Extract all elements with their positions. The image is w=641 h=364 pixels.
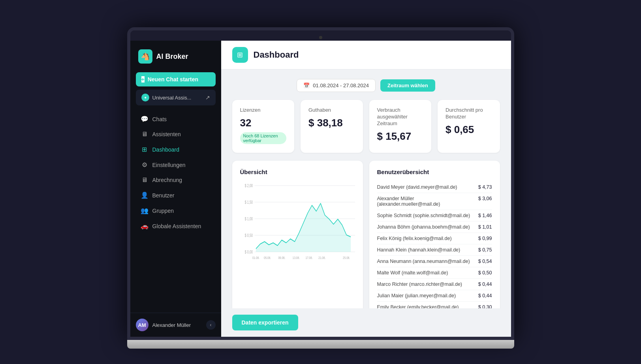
dashboard-icon: ⊞ [141, 146, 149, 153]
gruppen-label: Gruppen [152, 208, 174, 214]
user-name-cell: Alexander Müller (alexander.mueller@mail… [377, 196, 478, 207]
table-row: Emily Becker (emily.becker@mail.de) $ 0,… [377, 302, 492, 308]
user-table-title: Benutzerübersicht [377, 169, 492, 175]
svg-text:$ 2,00: $ 2,00 [244, 184, 252, 188]
bottom-grid: Übersicht $ 2,00 $ 1,50 [232, 161, 500, 308]
user-table: Benutzerübersicht David Meyer (david.mey… [369, 161, 500, 308]
stat-value-durchschnitt: $ 0,65 [446, 124, 492, 136]
user-name-cell: Julian Maier (julian.meyer@mail.de) [377, 293, 456, 298]
benutzer-icon: 👤 [141, 191, 149, 199]
new-chat-label: Neuen Chat starten [148, 76, 198, 83]
einstellungen-label: Einstellungen [152, 162, 186, 168]
sidebar-actions: + Neuen Chat starten ✦ Universal Assis..… [130, 72, 221, 109]
user-amount-cell: $ 3,06 [478, 196, 492, 207]
table-row: Hannah Klein (hannah.klein@mail.de) $ 0,… [377, 244, 492, 256]
stats-grid: Lizenzen 32 Noch 68 Lizenzen verfügbar G… [232, 100, 500, 153]
user-amount-cell: $ 0,75 [478, 247, 492, 253]
sidebar-logo: 🐴 AI Broker [130, 41, 221, 72]
svg-text:21.08.: 21.08. [318, 256, 325, 260]
select-period-label: Zeitraum wählen [387, 83, 428, 88]
sidebar-item-dashboard[interactable]: ⊞ Dashboard [136, 142, 216, 157]
export-label: Daten exportieren [242, 319, 289, 326]
chart-title: Übersicht [240, 169, 355, 175]
main-content: ⊞ Dashboard 📅 01.08.2024 - 27.08.2024 Ze… [221, 41, 511, 337]
chart-card: Übersicht $ 2,00 $ 1,50 [232, 161, 363, 308]
user-name-cell: Johanna Böhm (johanna.boehm@mail.de) [377, 224, 470, 230]
user-amount-cell: $ 1,01 [478, 224, 492, 230]
sidebar-item-benutzer[interactable]: 👤 Benutzer [136, 188, 216, 203]
sidebar-item-abrechnung[interactable]: 🖥 Abrechnung [136, 173, 216, 187]
table-row: Julian Maier (julian.meyer@mail.de) $ 0,… [377, 290, 492, 302]
header-icon: ⊞ [232, 47, 248, 63]
table-row: Malte Wolf (malte.wolf@mail.de) $ 0,50 [377, 267, 492, 279]
user-name-cell: Marco Richter (marco.richter@mail.de) [377, 281, 462, 287]
stat-value-verbrauch: $ 15,67 [377, 130, 424, 143]
date-range-text: 01.08.2024 - 27.08.2024 [313, 83, 369, 88]
globale-assistenten-label: Globale Assistenten [152, 223, 201, 229]
stat-badge-lizenzen: Noch 68 Lizenzen verfügbar [240, 132, 287, 144]
stat-label-lizenzen: Lizenzen [240, 107, 287, 114]
svg-text:$ 0,50: $ 0,50 [244, 233, 252, 238]
stat-label-durchschnitt: Durchschnitt pro Benutzer [446, 107, 492, 120]
stat-card-verbrauch: Verbrauch ausgewählter Zeitraum $ 15,67 [369, 100, 432, 153]
user-amount-cell: $ 0,44 [478, 281, 492, 287]
svg-text:05.08.: 05.08. [264, 256, 271, 260]
calendar-icon: 📅 [303, 83, 310, 88]
sidebar-nav: 💬 Chats 🖥 Assistenten ⊞ Dashboard ⚙ Eins… [130, 109, 221, 313]
assistenten-label: Assistenten [152, 131, 181, 137]
sidebar-item-chats[interactable]: 💬 Chats [136, 112, 216, 126]
table-row: Anna Neumann (anna.neumann@mail.de) $ 0,… [377, 256, 492, 267]
laptop-base [127, 340, 514, 349]
table-row: Johanna Böhm (johanna.boehm@mail.de) $ 1… [377, 221, 492, 233]
sidebar-item-assistenten[interactable]: 🖥 Assistenten [136, 127, 216, 141]
assistant-button[interactable]: ✦ Universal Assis... ↗ [136, 90, 216, 105]
user-name-cell: Anna Neumann (anna.neumann@mail.de) [377, 259, 470, 264]
table-row: Alexander Müller (alexander.mueller@mail… [377, 193, 492, 210]
app-container: 🐴 AI Broker + Neuen Chat starten ✦ Unive… [130, 41, 511, 337]
user-info: AM Alexander Müller [136, 319, 191, 331]
page-title: Dashboard [254, 50, 299, 60]
export-section: Daten exportieren [221, 308, 511, 337]
sidebar-item-globale-assistenten[interactable]: 🚗 Globale Assistenten [136, 219, 216, 233]
svg-text:$ 0,00: $ 0,00 [244, 250, 252, 254]
svg-text:17.08.: 17.08. [305, 256, 312, 260]
user-amount-cell: $ 0,50 [478, 270, 492, 276]
date-range-button[interactable]: 📅 01.08.2024 - 27.08.2024 [297, 79, 376, 92]
table-row: Felix König (felix.koenig@mail.de) $ 0,9… [377, 233, 492, 244]
stat-label-guthaben: Guthaben [308, 107, 355, 114]
user-name-cell: Felix König (felix.koenig@mail.de) [377, 236, 452, 241]
new-chat-icon: + [141, 76, 145, 83]
user-name-cell: Malte Wolf (malte.wolf@mail.de) [377, 270, 448, 276]
user-name-cell: David Meyer (david.meyer@mail.de) [377, 184, 457, 190]
assistant-icon: ✦ [141, 94, 149, 101]
svg-text:$ 1,50: $ 1,50 [244, 200, 252, 205]
svg-text:13.08.: 13.08. [292, 256, 299, 260]
sidebar: 🐴 AI Broker + Neuen Chat starten ✦ Unive… [130, 41, 221, 337]
laptop-camera [130, 30, 511, 41]
einstellungen-icon: ⚙ [141, 161, 149, 169]
svg-text:$ 1,00: $ 1,00 [244, 217, 252, 221]
sidebar-item-gruppen[interactable]: 👥 Gruppen [136, 203, 216, 218]
export-button[interactable]: Daten exportieren [232, 315, 298, 330]
user-name-cell: Hannah Klein (hannah.klein@mail.de) [377, 247, 461, 253]
laptop-wrapper: 🐴 AI Broker + Neuen Chat starten ✦ Unive… [103, 15, 538, 349]
export-icon: ↗ [205, 94, 210, 101]
assistant-label: Universal Assis... [152, 95, 192, 101]
main-body: 📅 01.08.2024 - 27.08.2024 Zeitraum wähle… [221, 69, 511, 308]
globale-assistenten-icon: 🚗 [141, 222, 149, 230]
user-name: Alexander Müller [152, 322, 191, 328]
sidebar-item-einstellungen[interactable]: ⚙ Einstellungen [136, 158, 216, 172]
svg-text:01.08.: 01.08. [252, 256, 259, 260]
select-period-button[interactable]: Zeitraum wählen [380, 79, 435, 92]
user-amount-cell: $ 1,46 [478, 213, 492, 218]
user-name-cell: Sophie Schmidt (sophie.schmidt@mail.de) [377, 213, 470, 218]
new-chat-button[interactable]: + Neuen Chat starten [136, 72, 216, 86]
overview-chart: $ 2,00 $ 1,50 $ 1,00 $ 0,50 $ 0,00 [240, 182, 355, 261]
user-amount-cell: $ 4,73 [478, 184, 492, 190]
collapse-button[interactable]: ‹ [206, 320, 216, 330]
user-rows-container: David Meyer (david.meyer@mail.de) $ 4,73… [377, 182, 492, 308]
user-name-cell: Emily Becker (emily.becker@mail.de) [377, 304, 459, 308]
table-row: Marco Richter (marco.richter@mail.de) $ … [377, 279, 492, 290]
svg-text:25.08.: 25.08. [343, 256, 350, 260]
stat-value-lizenzen: 32 [240, 117, 287, 129]
